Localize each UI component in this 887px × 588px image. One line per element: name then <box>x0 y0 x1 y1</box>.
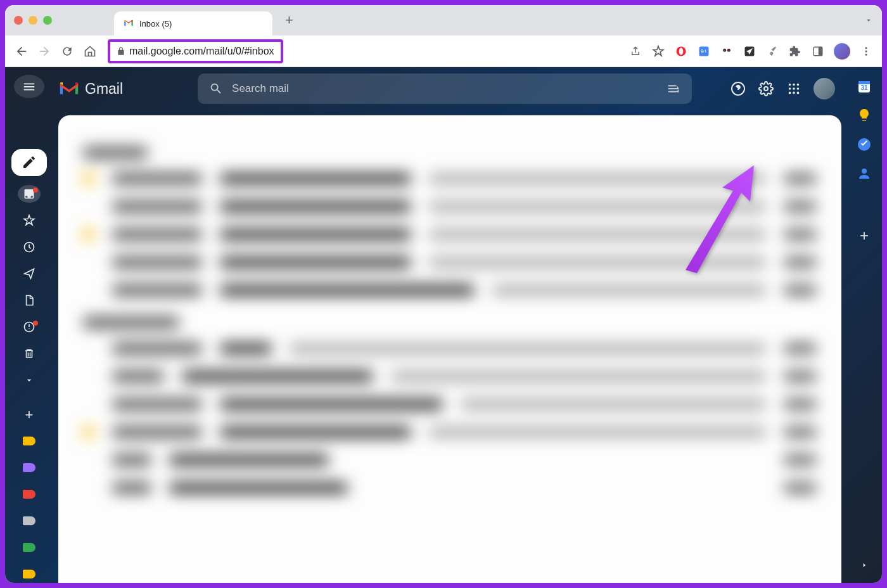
svg-point-24 <box>793 92 795 94</box>
back-button[interactable] <box>14 44 29 59</box>
main-menu-button[interactable] <box>14 75 44 98</box>
svg-point-17 <box>789 84 791 86</box>
calendar-app-icon[interactable]: 31 <box>857 79 872 94</box>
bookmark-star-icon[interactable] <box>651 44 665 58</box>
brush-icon[interactable] <box>765 44 779 58</box>
tasks-app-icon[interactable] <box>857 137 872 152</box>
search-icon <box>209 82 223 96</box>
contacts-app-icon[interactable] <box>857 166 872 181</box>
url-highlight-annotation: mail.google.com/mail/u/0/#inbox <box>108 39 283 63</box>
window-controls <box>14 16 52 25</box>
share-icon[interactable] <box>629 44 642 58</box>
opera-icon[interactable] <box>674 44 688 58</box>
inbox-nav-icon[interactable] <box>18 185 41 203</box>
url-text: mail.google.com/mail/u/0/#inbox <box>129 46 274 57</box>
translate-icon[interactable]: 9+ <box>697 44 711 58</box>
gmail-header: Gmail <box>53 67 846 110</box>
toolbar-extensions: 9+ <box>629 43 873 60</box>
svg-point-7 <box>729 49 730 51</box>
support-icon[interactable] <box>730 80 746 97</box>
account-avatar[interactable] <box>814 78 835 99</box>
left-rail: + <box>5 67 53 583</box>
trash-nav-icon[interactable] <box>18 345 41 362</box>
search-options-icon[interactable] <box>667 82 680 96</box>
tab-title: Inbox (5) <box>139 19 172 29</box>
label-6[interactable] <box>18 565 41 583</box>
starred-nav-icon[interactable] <box>18 212 41 229</box>
close-window-button[interactable] <box>14 16 23 25</box>
extensions-puzzle-icon[interactable] <box>788 44 802 58</box>
svg-point-18 <box>793 84 795 86</box>
browser-menu-icon[interactable] <box>859 44 873 58</box>
home-button[interactable] <box>82 44 98 59</box>
add-label-button[interactable]: + <box>25 407 34 423</box>
label-5[interactable] <box>18 539 41 556</box>
send-icon[interactable] <box>743 44 756 58</box>
svg-point-19 <box>797 84 800 86</box>
svg-point-1 <box>679 48 684 55</box>
svg-point-13 <box>865 53 867 55</box>
svg-point-12 <box>865 50 867 52</box>
settings-icon[interactable] <box>758 80 774 97</box>
reload-button[interactable] <box>60 44 75 59</box>
svg-point-23 <box>789 92 791 94</box>
blurred-mail-content <box>58 115 841 521</box>
maximize-window-button[interactable] <box>43 16 52 25</box>
gmail-app: + Gmail <box>5 67 882 583</box>
gmail-logo[interactable]: Gmail <box>58 80 123 98</box>
search-input[interactable] <box>232 82 658 95</box>
svg-point-11 <box>865 47 867 49</box>
more-nav-icon[interactable] <box>18 371 41 389</box>
label-3[interactable] <box>18 485 41 503</box>
svg-point-25 <box>797 92 800 94</box>
new-tab-button[interactable]: + <box>285 12 293 29</box>
svg-point-6 <box>724 49 725 51</box>
browser-tab[interactable]: Inbox (5) <box>114 11 272 35</box>
important-badge <box>33 321 38 326</box>
forward-button[interactable] <box>37 44 52 59</box>
extension-icon[interactable] <box>720 44 734 58</box>
svg-point-22 <box>797 87 800 90</box>
svg-point-21 <box>793 87 795 90</box>
gmail-logo-text: Gmail <box>85 80 123 98</box>
inbox-badge <box>33 188 38 193</box>
hide-sidepanel-button[interactable] <box>859 560 869 570</box>
get-addons-button[interactable]: + <box>860 227 869 245</box>
drafts-nav-icon[interactable] <box>18 291 41 309</box>
snoozed-nav-icon[interactable] <box>18 238 41 256</box>
main-area: Gmail <box>53 67 846 583</box>
search-bar[interactable] <box>198 74 692 104</box>
header-icons <box>730 78 835 99</box>
svg-point-30 <box>862 169 867 174</box>
sidepanel-icon[interactable] <box>811 44 825 58</box>
svg-text:31: 31 <box>860 84 868 91</box>
svg-point-20 <box>789 87 791 90</box>
minimize-window-button[interactable] <box>29 16 37 25</box>
label-4[interactable] <box>18 512 41 530</box>
label-2[interactable] <box>18 459 41 476</box>
title-bar: Inbox (5) + <box>5 5 882 35</box>
address-bar[interactable]: mail.google.com/mail/u/0/#inbox <box>105 39 621 63</box>
sent-nav-icon[interactable] <box>18 265 41 283</box>
keep-app-icon[interactable] <box>857 108 872 123</box>
compose-button[interactable] <box>11 149 47 177</box>
browser-toolbar: mail.google.com/mail/u/0/#inbox 9+ <box>5 35 882 67</box>
tabs-dropdown-icon[interactable] <box>864 16 873 25</box>
browser-window: Inbox (5) + mail.google.com/mail/u/0/#in… <box>5 5 882 583</box>
svg-rect-10 <box>819 47 822 56</box>
svg-text:9+: 9+ <box>701 48 707 54</box>
gmail-favicon-icon <box>123 18 134 29</box>
mail-list-panel <box>58 115 841 583</box>
important-nav-icon[interactable] <box>18 318 41 336</box>
lock-icon <box>117 47 125 56</box>
profile-avatar[interactable] <box>834 43 850 60</box>
right-side-panel: 31 + <box>846 67 882 583</box>
label-1[interactable] <box>18 432 41 450</box>
apps-grid-icon[interactable] <box>786 80 802 97</box>
